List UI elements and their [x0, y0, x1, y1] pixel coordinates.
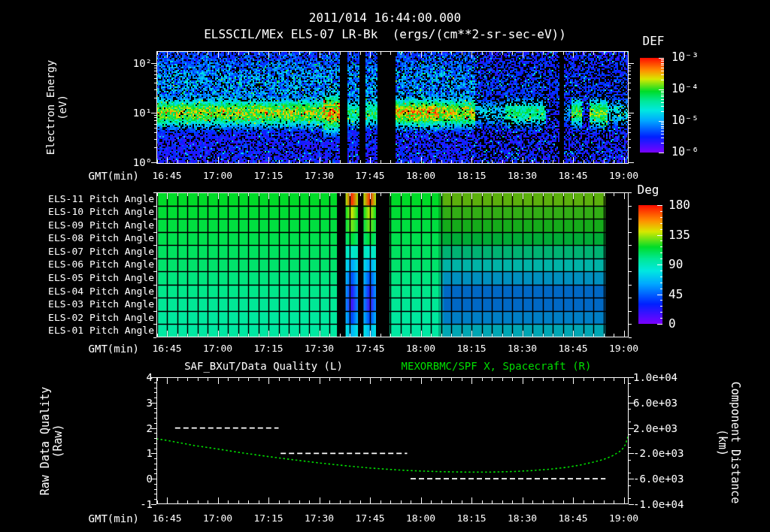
bottom-left-y-title-line2: (Raw) — [52, 370, 65, 512]
bottom-rtick-m6e3: -6.0e+03 — [633, 473, 690, 485]
def-colorbar-tick-1e-6: 10⁻⁶ — [671, 146, 717, 159]
time-tick: 17:45 — [347, 512, 393, 524]
time-tick: 17:30 — [297, 512, 342, 524]
time-tick: 18:00 — [399, 512, 444, 524]
bottom-right-y-axis-title: Component Distance (km) — [711, 367, 741, 518]
bottom-ytick-m1: -1 — [119, 498, 153, 510]
time-tick: 17:00 — [196, 512, 241, 524]
time-tick: 17:00 — [196, 343, 241, 354]
deg-colorbar-tick-135: 135 — [668, 228, 714, 241]
time-tick: 17:15 — [246, 343, 291, 354]
deg-colorbar-tick-0: 0 — [668, 317, 714, 330]
bottom-title-right: MEXORBMC/SPF X, Spacecraft (R) — [372, 360, 620, 372]
def-colorbar-title: DEF — [635, 35, 671, 47]
time-tick: 18:30 — [500, 343, 545, 354]
pitch-row-label-els01: ELS-01 Pitch Angle — [30, 325, 154, 336]
time-tick: 17:30 — [297, 170, 342, 181]
bottom-left-y-axis-title: Raw Data Quality (Raw) — [39, 370, 66, 512]
time-tick: 17:15 — [246, 170, 291, 181]
def-colorbar-tick-1e-3: 10⁻³ — [671, 51, 717, 64]
pitch-row-label-els03: ELS-03 Pitch Angle — [30, 298, 154, 310]
gmt-label: GMT(min) — [75, 343, 139, 355]
time-tick: 17:45 — [347, 170, 393, 181]
bottom-ytick-4: 4 — [119, 371, 153, 383]
time-tick: 19:00 — [602, 170, 647, 181]
time-tick: 18:45 — [550, 170, 596, 181]
bottom-ytick-2: 2 — [119, 422, 153, 434]
time-tick: 19:00 — [602, 512, 647, 524]
pitch-row-label-els06: ELS-06 Pitch Angle — [30, 258, 154, 270]
time-tick: 18:00 — [399, 343, 444, 354]
spectrogram-ytick-1: 10⁰ — [117, 156, 152, 168]
time-tick: 19:00 — [602, 343, 647, 354]
time-tick: 18:45 — [550, 512, 596, 524]
spectrogram-ytick-10: 10¹ — [117, 107, 152, 119]
deg-colorbar-tick-180: 180 — [668, 198, 714, 211]
pitch-row-label-els10: ELS-10 Pitch Angle — [30, 206, 154, 217]
pitch-row-label-els11: ELS-11 Pitch Angle — [30, 193, 154, 204]
deg-colorbar-tick-45: 45 — [668, 288, 714, 301]
def-colorbar-tick-1e-4: 10⁻⁴ — [671, 83, 717, 95]
deg-colorbar-tick-90: 90 — [668, 258, 714, 271]
bottom-ytick-3: 3 — [119, 397, 153, 409]
time-tick: 17:15 — [246, 512, 291, 524]
page-title-datetime: 2011/014 16:44:00.000 — [0, 11, 770, 24]
bottom-right-y-title-line1: Component Distance — [729, 367, 741, 518]
bottom-rtick-1e4: 1.0e+04 — [633, 371, 690, 383]
spectrogram-y-axis-title-line1: Electron Energy — [44, 47, 56, 168]
time-tick: 18:00 — [399, 170, 444, 181]
bottom-ytick-0: 0 — [119, 473, 153, 485]
spectrogram-y-axis-title: Electron Energy (eV) — [44, 47, 71, 168]
bottom-rtick-m1e4: -1.0e+04 — [633, 498, 690, 510]
pitch-row-label-els02: ELS-02 Pitch Angle — [30, 312, 154, 323]
time-tick: 18:15 — [449, 170, 494, 181]
gmt-label: GMT(min) — [75, 512, 139, 524]
spectrogram-y-axis-title-line2: (eV) — [56, 47, 68, 168]
time-tick: 18:30 — [500, 170, 545, 181]
pitch-row-label-els05: ELS-05 Pitch Angle — [30, 272, 154, 283]
spectrogram-ytick-100: 10² — [117, 57, 152, 69]
time-tick: 16:45 — [144, 512, 189, 524]
spectrogram-time-axis: GMT(min) 16:45 17:00 17:15 17:30 17:45 1… — [0, 170, 770, 182]
bottom-title-left: SAF_BXuT/Data Quality (L) — [156, 360, 371, 372]
def-colorbar-tick-1e-5: 10⁻⁵ — [671, 114, 717, 127]
time-tick: 17:30 — [297, 343, 342, 354]
bottom-right-y-title-line2: (km) — [716, 367, 729, 518]
time-tick: 17:00 — [196, 170, 241, 181]
deg-colorbar-title: Deg — [630, 183, 666, 196]
time-tick: 18:15 — [449, 512, 494, 524]
pitch-time-axis: GMT(min) 16:45 17:00 17:15 17:30 17:45 1… — [0, 343, 770, 355]
pitch-row-label-els09: ELS-09 Pitch Angle — [30, 219, 154, 231]
pitch-row-label-els07: ELS-07 Pitch Angle — [30, 246, 154, 257]
time-tick: 18:15 — [449, 343, 494, 354]
bottom-left-y-title-line1: Raw Data Quality — [39, 370, 52, 512]
time-tick: 18:30 — [500, 512, 545, 524]
gmt-label: GMT(min) — [75, 170, 139, 182]
bottom-rtick-m2e3: -2.0e+03 — [633, 447, 690, 459]
time-tick: 18:45 — [550, 343, 596, 354]
pitch-row-label-els08: ELS-08 Pitch Angle — [30, 232, 154, 243]
time-tick: 16:45 — [144, 170, 189, 181]
time-tick: 16:45 — [144, 343, 189, 354]
pitch-row-label-els04: ELS-04 Pitch Angle — [30, 286, 154, 297]
time-tick: 17:45 — [347, 343, 393, 354]
bottom-rtick-2e3: 2.0e+03 — [633, 422, 690, 434]
bottom-rtick-6e3: 6.0e+03 — [633, 397, 690, 409]
bottom-time-axis: GMT(min) 16:45 17:00 17:15 17:30 17:45 1… — [0, 512, 770, 524]
bottom-ytick-1: 1 — [119, 447, 153, 459]
